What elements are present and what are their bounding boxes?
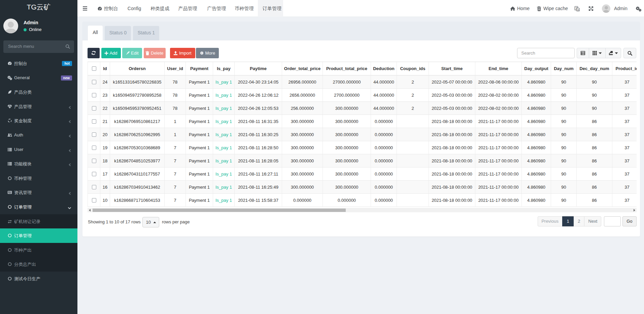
svg-text:A: A [577,8,579,11]
